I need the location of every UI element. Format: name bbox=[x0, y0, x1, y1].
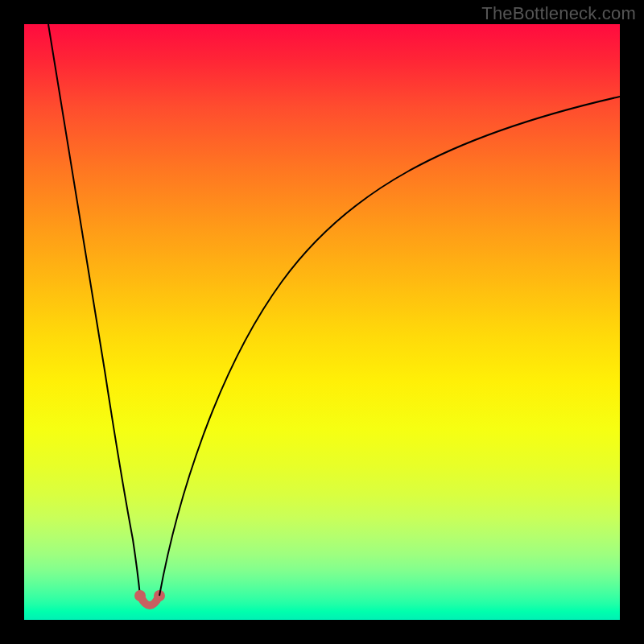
minimum-left-dot bbox=[135, 591, 145, 601]
curve-layer bbox=[24, 24, 620, 620]
right-branch-curve bbox=[159, 97, 620, 596]
plot-area bbox=[24, 24, 620, 620]
watermark-text: TheBottleneck.com bbox=[481, 3, 636, 24]
left-branch-curve bbox=[48, 24, 140, 596]
page-root: TheBottleneck.com bbox=[0, 0, 644, 644]
